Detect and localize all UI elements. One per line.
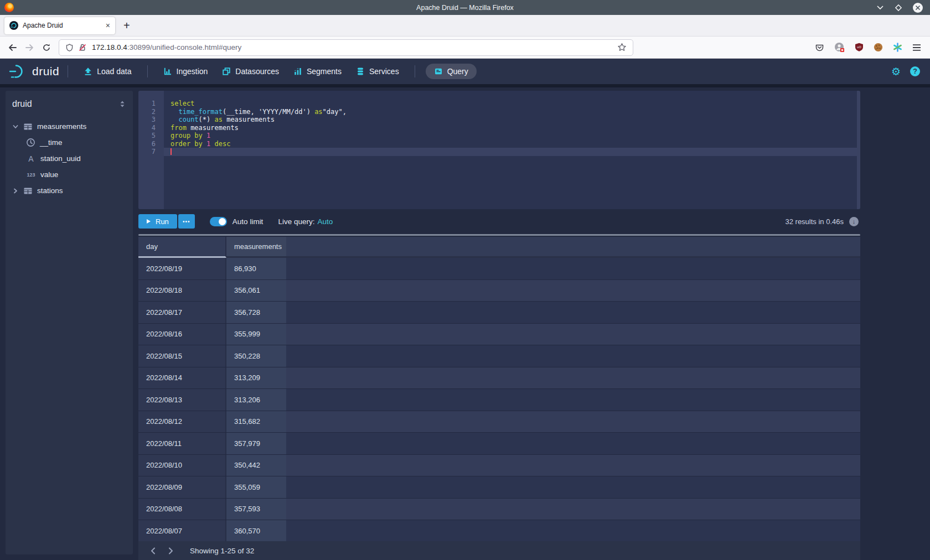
cell-day[interactable]: 2022/08/11 — [138, 433, 226, 454]
tree-label: measurements — [37, 122, 86, 131]
cell-day[interactable]: 2022/08/12 — [138, 411, 226, 433]
cell-measurements[interactable]: 313,209 — [226, 367, 286, 389]
nav-item-datasources[interactable]: Datasources — [222, 67, 279, 76]
table-row: 2022/08/07360,570 — [138, 520, 860, 541]
lock-insecure-icon[interactable] — [78, 43, 87, 52]
row-filler — [286, 476, 860, 498]
cell-measurements[interactable]: 355,999 — [226, 324, 286, 345]
druid-brand[interactable]: druid — [9, 64, 59, 79]
datasources-icon — [222, 67, 231, 76]
extension-asterisk-icon[interactable] — [893, 43, 902, 52]
back-icon[interactable] — [8, 43, 17, 52]
cell-day[interactable]: 2022/08/07 — [138, 520, 226, 541]
pocket-icon[interactable] — [815, 43, 824, 52]
nav-item-label: Datasources — [235, 67, 279, 76]
table-icon — [23, 186, 33, 195]
panel-resize-handle[interactable] — [138, 234, 860, 236]
tree-column-value[interactable]: 123 value — [12, 167, 126, 183]
nav-item-label: Query — [447, 67, 468, 76]
cookie-extension-icon[interactable] — [874, 43, 883, 52]
bookmark-star-icon[interactable] — [617, 43, 627, 52]
auto-limit-toggle[interactable] — [210, 217, 227, 226]
gear-icon[interactable]: ⚙ — [891, 66, 901, 77]
chevron-down-icon[interactable] — [12, 123, 19, 130]
cell-measurements[interactable]: 357,979 — [226, 433, 286, 454]
nav-item-segments[interactable]: Segments — [293, 67, 342, 76]
code-line[interactable]: time_format(__time, 'YYYY/MM/dd') as"day… — [164, 108, 860, 116]
run-button[interactable]: Run — [138, 214, 177, 229]
next-page-icon[interactable] — [168, 547, 174, 554]
cell-measurements[interactable]: 350,228 — [226, 345, 286, 367]
number-type-icon: 123 — [26, 172, 36, 178]
cell-measurements[interactable]: 356,728 — [226, 302, 286, 323]
tree-column-time[interactable]: __time — [12, 134, 126, 151]
cell-measurements[interactable]: 355,059 — [226, 476, 286, 498]
browser-tab[interactable]: Apache Druid × — [4, 17, 115, 34]
cell-day[interactable]: 2022/08/13 — [138, 389, 226, 411]
code-line[interactable]: select — [164, 100, 860, 108]
tree-table-measurements[interactable]: measurements — [12, 118, 126, 134]
reload-icon[interactable] — [42, 43, 51, 52]
cell-measurements[interactable]: 315,682 — [226, 411, 286, 433]
cell-measurements[interactable]: 86,930 — [226, 258, 286, 279]
column-header-measurements[interactable]: measurements — [226, 237, 286, 258]
shield-icon[interactable] — [65, 43, 74, 52]
cell-day[interactable]: 2022/08/09 — [138, 476, 226, 498]
code-line[interactable]: from measurements — [164, 124, 860, 132]
cell-measurements[interactable]: 357,593 — [226, 499, 286, 520]
sql-token: , — [343, 108, 347, 116]
tab-close-icon[interactable]: × — [106, 22, 110, 29]
table-icon — [23, 122, 33, 131]
cell-day[interactable]: 2022/08/18 — [138, 280, 226, 302]
live-query-value[interactable]: Auto — [317, 217, 333, 226]
tree-column-station-uuid[interactable]: A station_uuid — [12, 151, 126, 167]
prev-page-icon[interactable] — [150, 547, 156, 554]
cell-day[interactable]: 2022/08/16 — [138, 324, 226, 345]
nav-item-load-data[interactable]: Load data — [84, 67, 131, 76]
nav-item-ingestion[interactable]: Ingestion — [163, 67, 208, 76]
sql-editor[interactable]: 1234567 select time_format(__time, 'YYYY… — [138, 91, 860, 209]
cell-day[interactable]: 2022/08/10 — [138, 455, 226, 476]
druid-navbar: druid Load data Ingestion Datasources — [0, 59, 930, 84]
column-header-day[interactable]: day — [138, 237, 226, 258]
new-tab-button[interactable]: + — [123, 19, 130, 32]
cell-day[interactable]: 2022/08/19 — [138, 258, 226, 279]
code-line[interactable] — [164, 148, 860, 156]
cell-measurements[interactable]: 360,570 — [226, 520, 286, 541]
url-bar[interactable]: 172.18.0.4:30899/unified-console.html#qu… — [59, 39, 633, 56]
double-caret-icon[interactable] — [118, 100, 126, 108]
ublock-icon[interactable]: uO — [855, 43, 864, 52]
tab-bar: Apache Druid × + — [0, 15, 930, 37]
chevron-right-icon[interactable] — [12, 188, 19, 194]
download-icon[interactable]: ↓ — [849, 217, 859, 226]
cell-day[interactable]: 2022/08/14 — [138, 367, 226, 389]
cell-day[interactable]: 2022/08/08 — [138, 499, 226, 520]
code-lines[interactable]: select time_format(__time, 'YYYY/MM/dd')… — [164, 91, 860, 209]
schema-selector[interactable]: druid — [12, 99, 118, 109]
forward-icon[interactable] — [25, 43, 34, 52]
cell-measurements[interactable]: 313,206 — [226, 389, 286, 411]
sql-token: measurements — [187, 124, 239, 132]
help-icon[interactable]: ? — [910, 66, 920, 76]
run-bar: Run ••• Auto limit Live query: Auto 32 r… — [138, 213, 860, 230]
code-line[interactable]: count(*) as measurements — [164, 116, 860, 124]
cell-measurements[interactable]: 350,442 — [226, 455, 286, 476]
cell-day[interactable]: 2022/08/17 — [138, 302, 226, 323]
menu-icon[interactable] — [912, 44, 921, 51]
sql-token — [210, 140, 214, 148]
tree-label: stations — [37, 186, 63, 195]
cell-day[interactable]: 2022/08/15 — [138, 345, 226, 367]
nav-item-services[interactable]: Services — [356, 67, 399, 76]
row-filler — [286, 520, 860, 541]
pagination-bar: Showing 1-25 of 32 — [138, 541, 860, 560]
tree-table-stations[interactable]: stations — [12, 183, 126, 199]
code-line[interactable]: order by 1 desc — [164, 140, 860, 148]
cell-measurements[interactable]: 356,061 — [226, 280, 286, 302]
nav-item-query[interactable]: Query — [426, 64, 477, 79]
table-row: 2022/08/16355,999 — [138, 324, 860, 346]
editor-scrollbar[interactable] — [857, 91, 860, 209]
load-data-icon — [84, 67, 92, 76]
account-extension-icon[interactable] — [834, 42, 845, 53]
code-line[interactable]: group by 1 — [164, 132, 860, 140]
run-more-button[interactable]: ••• — [178, 214, 195, 229]
